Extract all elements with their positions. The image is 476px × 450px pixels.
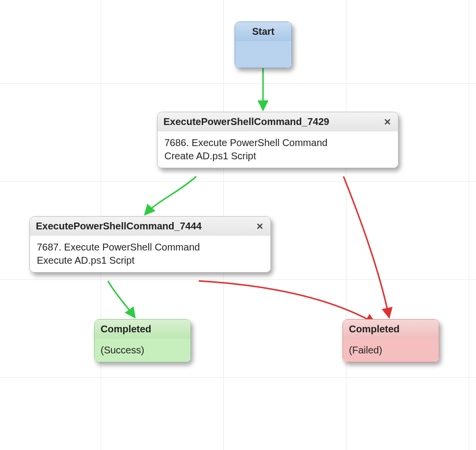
node-ps-7429-line1: 7686. Execute PowerShell Command [164,136,391,150]
node-ps-7444-title: ExecutePowerShellCommand_7444 [36,221,202,232]
node-start-title: Start [235,22,291,41]
edge-ps2-success [108,281,135,318]
close-icon[interactable]: ✕ [383,117,392,127]
node-success[interactable]: Completed (Success) [94,319,191,362]
node-ps-7444-line2: Execute AD.ps1 Script [37,254,264,267]
node-ps-7444[interactable]: ExecutePowerShellCommand_7444 ✕ 7687. Ex… [29,216,271,273]
node-start[interactable]: Start [235,22,292,68]
node-failed-title: Completed [343,320,439,339]
edge-ps1-failed [344,176,389,318]
node-failed-status: (Failed) [343,339,439,362]
node-success-status: (Success) [95,339,190,362]
node-ps-7429-title: ExecutePowerShellCommand_7429 [163,116,329,127]
close-icon[interactable]: ✕ [255,221,264,232]
node-success-title: Completed [95,320,190,339]
node-ps-7429[interactable]: ExecutePowerShellCommand_7429 ✕ 7686. Ex… [157,112,398,168]
node-ps-7429-line2: Create AD.ps1 Script [164,150,391,163]
edge-ps2-failed [199,281,375,324]
node-failed[interactable]: Completed (Failed) [343,319,439,362]
workflow-canvas[interactable]: Start ExecutePowerShellCommand_7429 ✕ 76… [0,0,476,450]
node-start-body [235,41,291,68]
node-ps-7444-line1: 7687. Execute PowerShell Command [37,241,264,254]
edge-ps1-ps2 [145,176,196,215]
